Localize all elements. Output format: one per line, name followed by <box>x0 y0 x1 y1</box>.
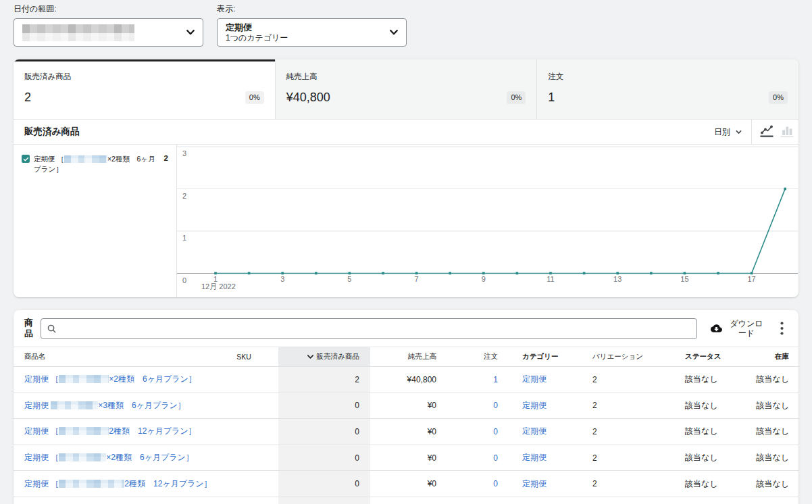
col-header-net-sales[interactable]: 純売上高 <box>370 347 447 367</box>
cell-inventory: 該当なし <box>728 367 798 393</box>
svg-text:13: 13 <box>613 275 621 283</box>
cell-sku <box>209 445 278 471</box>
metric-value: ¥40,800 <box>286 91 507 104</box>
legend-checkbox[interactable] <box>22 155 30 163</box>
chart-legend-panel: 定期便 ［×2種類 6ヶ月プラン］ 2 <box>14 145 177 297</box>
redacted-product-name <box>64 155 107 163</box>
col-header-category[interactable]: カテゴリー <box>509 347 582 367</box>
cell-variations: 2 <box>582 393 674 419</box>
orders-link[interactable]: 0 <box>493 453 498 463</box>
cell-product-name: 定期便 ［×2種類 6ヶ月プラン］ <box>14 497 209 504</box>
orders-link[interactable]: 0 <box>493 479 498 488</box>
metric-tabs: 販売済み商品 2 0% 純売上高 ¥40,800 0% 注文 1 0% <box>14 59 798 120</box>
svg-text:3: 3 <box>182 149 186 157</box>
svg-text:12月 2022: 12月 2022 <box>201 282 236 291</box>
table-row: 定期便 ［2種類 12ヶ月プラン］0¥00定期便2該当なし該当なし <box>14 419 798 445</box>
cell-sku <box>209 367 278 393</box>
cell-product-name: 定期便 ［2種類 12ヶ月プラン］ <box>14 471 209 497</box>
more-actions-button[interactable] <box>775 322 788 335</box>
cell-net-sales: ¥0 <box>370 419 447 445</box>
table-row: 定期便 ［×2種類 6ヶ月プラン］2¥40,8001定期便2該当なし該当なし <box>14 367 798 393</box>
cell-orders: 0 <box>447 497 509 504</box>
table-title: 商品 <box>24 318 35 339</box>
date-range-select[interactable] <box>14 18 203 47</box>
metric-change-badge: 0% <box>507 91 526 104</box>
product-link[interactable]: 定期便 ［×2種類 6ヶ月プラン］ <box>24 374 197 384</box>
cell-variations: 2 <box>582 497 674 504</box>
cell-category: 定期便 <box>509 445 582 471</box>
cell-category: 定期便 <box>509 393 582 419</box>
cell-category: 定期便 <box>509 367 582 393</box>
redacted-product-name <box>59 427 109 435</box>
view-filter: 表示: 定期便 1つのカテゴリー <box>217 4 407 47</box>
cell-sku <box>209 471 278 497</box>
line-chart-toggle[interactable] <box>757 120 777 144</box>
svg-text:17: 17 <box>747 275 755 283</box>
line-chart: 0123135791113151712月 2022 <box>177 145 798 297</box>
svg-text:3: 3 <box>280 275 284 283</box>
product-link[interactable]: 定期便 ×3種類 6ヶ月プラン］ <box>24 401 186 410</box>
view-select-value: 定期便 <box>226 22 252 32</box>
category-link[interactable]: 定期便 <box>522 479 547 488</box>
orders-link[interactable]: 1 <box>493 375 498 384</box>
product-link[interactable]: 定期便 ［2種類 12ヶ月プラン］ <box>24 479 209 488</box>
cell-items-sold: 0 <box>278 471 370 497</box>
products-table-card: 商品 ダウンロード 商品名 SKU <box>14 310 798 504</box>
tab-net-sales[interactable]: 純売上高 ¥40,800 0% <box>275 59 537 119</box>
kebab-menu-icon <box>780 322 784 335</box>
cell-variations: 2 <box>582 367 674 393</box>
cell-items-sold: 0 <box>278 419 370 445</box>
bar-chart-toggle[interactable] <box>777 120 797 144</box>
orders-link[interactable]: 0 <box>493 427 498 436</box>
cell-orders: 0 <box>447 419 509 445</box>
granularity-value: 日別 <box>714 126 730 138</box>
search-icon <box>47 324 57 334</box>
cell-product-name: 定期便 ×3種類 6ヶ月プラン］ <box>14 393 209 419</box>
col-header-status[interactable]: ステータス <box>674 347 728 367</box>
col-header-items-sold[interactable]: 販売済み商品 <box>278 347 370 367</box>
category-link[interactable]: 定期便 <box>522 401 547 410</box>
date-range-label: 日付の範囲: <box>14 4 203 14</box>
cell-net-sales: ¥40,800 <box>370 367 447 393</box>
analytics-page: 日付の範囲: 表示: 定期便 1つのカテゴリー 販売済み商品 2 <box>0 0 812 504</box>
cell-net-sales: ¥0 <box>370 471 447 497</box>
metric-label: 注文 <box>548 72 788 80</box>
redacted-product-name <box>59 375 109 383</box>
svg-text:11: 11 <box>547 275 554 283</box>
orders-link[interactable]: 0 <box>493 401 498 410</box>
cell-product-name: 定期便 ［×2種類 6ヶ月プラン］ <box>14 445 209 471</box>
category-link[interactable]: 定期便 <box>522 426 547 436</box>
filters-row: 日付の範囲: 表示: 定期便 1つのカテゴリー <box>14 0 798 47</box>
cell-inventory: 該当なし <box>728 419 798 445</box>
cell-net-sales: ¥0 <box>370 445 447 471</box>
cell-orders: 0 <box>447 471 509 497</box>
tab-items-sold[interactable]: 販売済み商品 2 0% <box>14 59 275 119</box>
col-header-orders[interactable]: 注文 <box>447 347 509 367</box>
product-link[interactable]: 定期便 ［×2種類 6ヶ月プラン］ <box>24 453 194 462</box>
sales-analytics-card: 販売済み商品 2 0% 純売上高 ¥40,800 0% 注文 1 0% <box>14 59 798 297</box>
category-link[interactable]: 定期便 <box>522 453 547 462</box>
col-header-sku[interactable]: SKU <box>209 347 278 367</box>
metric-change-badge: 0% <box>245 91 264 104</box>
product-link[interactable]: 定期便 ［2種類 12ヶ月プラン］ <box>24 426 197 436</box>
cell-net-sales: ¥0 <box>370 497 447 504</box>
svg-text:0: 0 <box>182 276 186 284</box>
cell-status: 該当なし <box>674 497 728 504</box>
col-header-variations[interactable]: バリエーション <box>582 347 674 367</box>
col-header-product-name[interactable]: 商品名 <box>14 347 209 367</box>
chart-controls: 日別 <box>705 120 797 144</box>
download-button[interactable]: ダウンロード <box>711 319 767 338</box>
sort-desc-icon <box>307 354 314 359</box>
col-header-inventory[interactable]: 在庫 <box>728 347 798 367</box>
cell-variations: 2 <box>582 445 674 471</box>
legend-item[interactable]: 定期便 ［×2種類 6ヶ月プラン］ 2 <box>22 154 168 174</box>
chart-body: 定期便 ［×2種類 6ヶ月プラン］ 2 0123135791113151712月… <box>14 145 798 297</box>
tab-orders[interactable]: 注文 1 0% <box>536 59 798 119</box>
category-link[interactable]: 定期便 <box>522 374 547 384</box>
search-input[interactable] <box>61 324 691 334</box>
view-select[interactable]: 定期便 1つのカテゴリー <box>217 18 407 47</box>
granularity-dropdown[interactable]: 日別 <box>705 120 751 144</box>
search-box <box>41 318 697 339</box>
products-table: 商品名 SKU 販売済み商品 純売上高 注文 カテゴリー バリエーション ステー… <box>14 347 798 504</box>
check-icon <box>23 156 29 162</box>
